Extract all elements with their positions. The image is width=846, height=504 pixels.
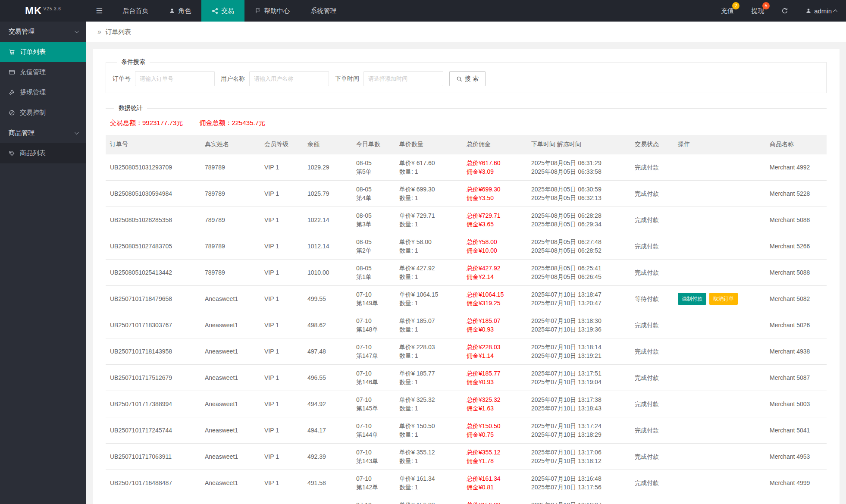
cell-balance: 494.17	[303, 417, 352, 444]
cell-day-order-count: 07-10第146单	[352, 365, 395, 391]
sidebar-item-recharge-management[interactable]: 充值管理	[0, 62, 86, 82]
cell-merchant-name: Merchant 4953	[765, 444, 827, 470]
sidebar-group-goods-management[interactable]: 商品管理	[0, 123, 86, 143]
table-row: UB2507101717388994Aneasweet1VIP 1494.920…	[106, 391, 827, 417]
column-header: 商品名称	[765, 135, 827, 154]
cell-unit-price-qty: 单价¥ 185.07数量: 1	[395, 312, 462, 338]
order-no-input[interactable]	[135, 71, 215, 86]
search-button-label: 搜 索	[465, 75, 479, 83]
force-pay-button[interactable]: 强制付款	[678, 293, 706, 305]
cell-actions	[674, 233, 765, 260]
cell-total-commission: 总价¥161.34佣金¥0.81	[462, 470, 527, 496]
cell-day-order-count: 07-10第148单	[352, 312, 395, 338]
withdraw-button[interactable]: 提现 5	[743, 0, 773, 22]
cell-day-order-count: 08-05第5单	[352, 154, 395, 181]
user-menu[interactable]: admin	[797, 0, 846, 22]
cell-trade-status: 完成付款	[630, 154, 674, 181]
sidebar-item-label: 交易控制	[20, 109, 46, 117]
breadcrumb-arrow-icon: »	[97, 28, 101, 36]
sidebar-group-trade-management[interactable]: 交易管理	[0, 22, 86, 42]
cell-vip-level: VIP 1	[260, 391, 303, 417]
nav-item-home[interactable]: 后台首页	[112, 0, 159, 22]
table-header-row: 订单号真实姓名会员等级余额今日单数单价数量总价佣金下单时间 解冻时间交易状态操作…	[106, 135, 827, 154]
username-label: admin	[814, 7, 832, 15]
cell-order-no: UB2508051025413442	[106, 260, 201, 286]
cell-merchant-name: Merchant 4999	[765, 470, 827, 496]
top-navigation: 后台首页 角色 交易 帮助中心 系统管理	[112, 0, 347, 22]
sidebar-item-goods-list[interactable]: 商品列表	[0, 143, 86, 163]
cell-actions	[674, 154, 765, 181]
cell-total-commission: 总价¥228.03佣金¥1.14	[462, 338, 527, 365]
column-header: 单价数量	[395, 135, 462, 154]
cell-actions	[674, 470, 765, 496]
cell-unit-price-qty: 单价¥ 1064.15数量: 1	[395, 286, 462, 312]
person-icon	[169, 8, 175, 14]
nav-item-roles[interactable]: 角色	[159, 0, 201, 22]
cancel-order-button[interactable]: 取消订单	[709, 293, 738, 305]
cell-trade-status: 完成付款	[630, 181, 674, 207]
recharge-label: 充值	[721, 7, 734, 15]
cell-vip-level: VIP 1	[260, 444, 303, 470]
cell-trade-status: 完成付款	[630, 260, 674, 286]
sidebar-item-withdraw-management[interactable]: 提现管理	[0, 82, 86, 103]
cell-vip-level: VIP 1	[260, 470, 303, 496]
sidebar-item-order-list[interactable]: 订单列表	[0, 42, 86, 62]
cell-order-unfreeze-time: 2025年07月10日 13:17:382025年07月10日 13:18:43	[527, 391, 630, 417]
cell-real-name: Aneasweet1	[201, 365, 260, 391]
cell-order-unfreeze-time: 2025年07月10日 13:16:272025年07月10日 13:17:36	[527, 496, 630, 504]
order-time-input[interactable]	[363, 71, 443, 86]
stats-panel: 数据统计 交易总额：9923177.73元 佣金总额：225435.7元	[106, 104, 827, 130]
cell-vip-level: VIP 1	[260, 338, 303, 365]
cell-merchant-name: Merchant 5041	[765, 417, 827, 444]
cell-real-name: 789789	[201, 233, 260, 260]
search-button[interactable]: 搜 索	[449, 71, 486, 86]
username-field: 用户名称	[221, 71, 329, 86]
nav-item-help-center[interactable]: 帮助中心	[244, 0, 300, 22]
column-header: 今日单数	[352, 135, 395, 154]
cell-actions	[674, 444, 765, 470]
table-row: UB2508051025413442789789VIP 11010.0008-0…	[106, 260, 827, 286]
cell-order-no: UB2507101718479658	[106, 286, 201, 312]
cell-unit-price-qty: 单价¥ 58.00数量: 1	[395, 233, 462, 260]
cell-total-commission: 总价¥355.12佣金¥1.78	[462, 444, 527, 470]
column-header: 交易状态	[630, 135, 674, 154]
cell-trade-status: 完成付款	[630, 444, 674, 470]
cell-day-order-count: 07-10第141单	[352, 496, 395, 504]
cell-trade-status: 完成付款	[630, 391, 674, 417]
refresh-button[interactable]	[773, 0, 797, 22]
nav-item-trade[interactable]: 交易	[201, 0, 244, 22]
main-area: » 订单列表 条件搜索 订单号 用户名称 下单时间	[86, 0, 846, 504]
cell-vip-level: VIP 1	[260, 181, 303, 207]
menu-toggle-icon[interactable]: ☰	[86, 0, 112, 22]
cell-real-name: Aneasweet1	[201, 338, 260, 365]
cell-total-commission: 总价¥325.32佣金¥1.63	[462, 391, 527, 417]
table-row: UB2508051030594984789789VIP 11025.7908-0…	[106, 181, 827, 207]
logo-text: MK	[25, 5, 42, 17]
cell-balance: 1010.00	[303, 260, 352, 286]
cell-balance: 1025.79	[303, 181, 352, 207]
search-panel: 条件搜索 订单号 用户名称 下单时间 搜 索	[106, 58, 827, 93]
sidebar-item-label: 充值管理	[20, 68, 46, 76]
cell-real-name: 789789	[201, 260, 260, 286]
order-time-field: 下单时间	[335, 71, 443, 86]
orders-table: 订单号真实姓名会员等级余额今日单数单价数量总价佣金下单时间 解冻时间交易状态操作…	[106, 135, 827, 504]
username-input[interactable]	[249, 71, 329, 86]
cell-trade-status: 等待付款	[630, 286, 674, 312]
cell-order-no: UB2508051027483705	[106, 233, 201, 260]
order-time-label: 下单时间	[335, 75, 359, 83]
cell-total-commission: 总价¥150.50佣金¥0.75	[462, 417, 527, 444]
table-row: UB2507101716488487Aneasweet1VIP 1491.580…	[106, 470, 827, 496]
cell-balance: 499.55	[303, 286, 352, 312]
cell-merchant-name: Merchant 5228	[765, 181, 827, 207]
table-row: UB2507101716274829Aneasweet1VIP 1490.800…	[106, 496, 827, 504]
table-row: UB2508051027483705789789VIP 11012.1408-0…	[106, 233, 827, 260]
topbar-right: 充值 2 提现 5 admin	[712, 0, 846, 22]
nav-item-system[interactable]: 系统管理	[300, 0, 347, 22]
total-commission-amount: 佣金总额：225435.7元	[199, 119, 265, 126]
cell-total-commission: 总价¥427.92佣金¥2.14	[462, 260, 527, 286]
search-panel-legend: 条件搜索	[117, 58, 150, 66]
recharge-button[interactable]: 充值 2	[712, 0, 743, 22]
sidebar-item-trade-control[interactable]: 交易控制	[0, 103, 86, 123]
stats-panel-legend: 数据统计	[114, 104, 147, 112]
cell-balance: 491.58	[303, 470, 352, 496]
